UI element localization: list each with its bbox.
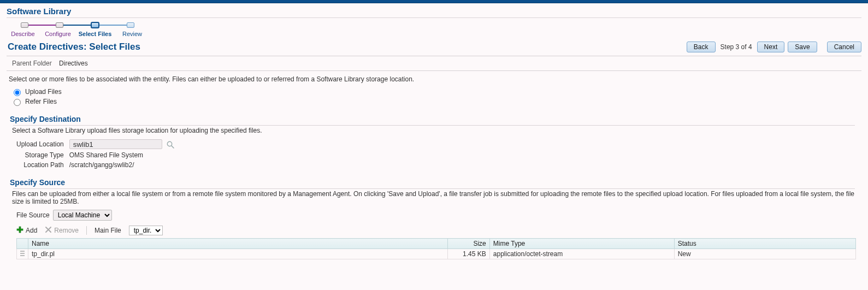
file-toolbar: Add Remove Main File tp_dir.pl — [7, 224, 861, 237]
file-mode-radio-group: Upload Files Refer Files — [7, 87, 861, 113]
train-node-configure[interactable] — [56, 22, 63, 28]
files-table: Name Size Mime Type Status tp_dir.pl 1.4… — [16, 238, 856, 259]
location-path-value: /scratch/gangg/swlib2/ — [67, 161, 177, 169]
svg-rect-10 — [20, 255, 25, 256]
storage-type-label: Storage Type — [14, 151, 66, 159]
wizard-train: Describe Configure Select Files Review — [0, 18, 868, 37]
refer-files-radio-label: Refer Files — [25, 98, 57, 105]
destination-form: Upload Location Storage Type OMS Shared … — [13, 138, 178, 170]
next-button[interactable]: Next — [757, 42, 785, 52]
main-file-label: Main File — [95, 227, 121, 234]
file-size-cell: 1.45 KB — [448, 249, 490, 259]
remove-icon — [45, 226, 52, 235]
search-icon[interactable] — [164, 141, 175, 149]
step-indicator: Step 3 of 4 — [719, 43, 754, 51]
storage-type-value: OMS Shared File System — [67, 151, 177, 159]
size-column-header[interactable]: Size — [448, 239, 490, 249]
train-step-describe[interactable]: Describe — [5, 29, 40, 37]
row-handle[interactable] — [17, 249, 28, 259]
toolbar-separator — [86, 226, 87, 235]
file-source-label: File Source — [16, 211, 50, 219]
svg-rect-9 — [20, 253, 25, 254]
file-status-cell: New — [674, 249, 855, 259]
svg-rect-3 — [17, 229, 23, 230]
refer-files-radio-input[interactable] — [14, 99, 21, 106]
button-bar: Back Step 3 of 4 Next Save Cancel — [687, 42, 861, 52]
source-instruction: Files can be uploaded from either a loca… — [7, 189, 861, 209]
train-connector — [99, 25, 127, 26]
table-row[interactable]: tp_dir.pl 1.45 KB application/octet-stre… — [17, 249, 856, 259]
train-step-review[interactable]: Review — [115, 29, 150, 37]
page-heading: Create Directives: Select Files — [8, 42, 140, 52]
add-label: Add — [26, 227, 37, 234]
train-connector — [28, 25, 56, 26]
location-path-label: Location Path — [14, 161, 66, 169]
train-node-review[interactable] — [127, 22, 134, 28]
mime-column-header[interactable]: Mime Type — [489, 239, 674, 249]
file-source-select[interactable]: Local Machine — [53, 210, 112, 221]
page-instruction: Select one or more files to be associate… — [7, 75, 861, 87]
name-column-header[interactable]: Name — [28, 239, 448, 249]
back-button[interactable]: Back — [687, 42, 716, 52]
specify-destination-title: Specify Destination — [7, 113, 861, 125]
refer-files-radio[interactable]: Refer Files — [11, 97, 861, 106]
upload-files-radio-label: Upload Files — [25, 88, 62, 96]
file-name-cell: tp_dir.pl — [28, 249, 448, 259]
specify-source-title: Specify Source — [7, 176, 861, 188]
svg-rect-8 — [20, 251, 25, 252]
status-column-header[interactable]: Status — [674, 239, 855, 249]
main-file-select[interactable]: tp_dir.pl — [129, 226, 163, 235]
app-title: Software Library — [0, 3, 868, 17]
upload-files-radio-input[interactable] — [14, 89, 21, 96]
add-button[interactable]: Add — [16, 226, 37, 235]
svg-line-1 — [172, 146, 174, 148]
train-node-select-files[interactable] — [91, 22, 99, 28]
train-connector — [63, 25, 91, 26]
upload-location-label: Upload Location — [14, 139, 66, 150]
parent-folder-label: Parent Folder — [12, 60, 52, 67]
train-node-describe[interactable] — [21, 22, 28, 28]
destination-instruction: Select a Software Library upload files s… — [7, 126, 861, 138]
cancel-button[interactable]: Cancel — [827, 42, 861, 52]
save-button[interactable]: Save — [788, 42, 817, 52]
train-step-select-files[interactable]: Select Files — [75, 29, 115, 37]
remove-button[interactable]: Remove — [45, 226, 79, 235]
upload-location-input[interactable] — [69, 139, 162, 149]
file-mime-cell: application/octet-stream — [489, 249, 674, 259]
parent-folder-row: Parent Folder Directives — [7, 56, 861, 71]
handle-column-header — [17, 239, 28, 249]
plus-icon — [16, 226, 23, 235]
upload-files-radio[interactable]: Upload Files — [11, 87, 861, 96]
remove-label: Remove — [54, 227, 79, 234]
parent-folder-value: Directives — [59, 60, 88, 67]
train-step-configure[interactable]: Configure — [40, 29, 75, 37]
